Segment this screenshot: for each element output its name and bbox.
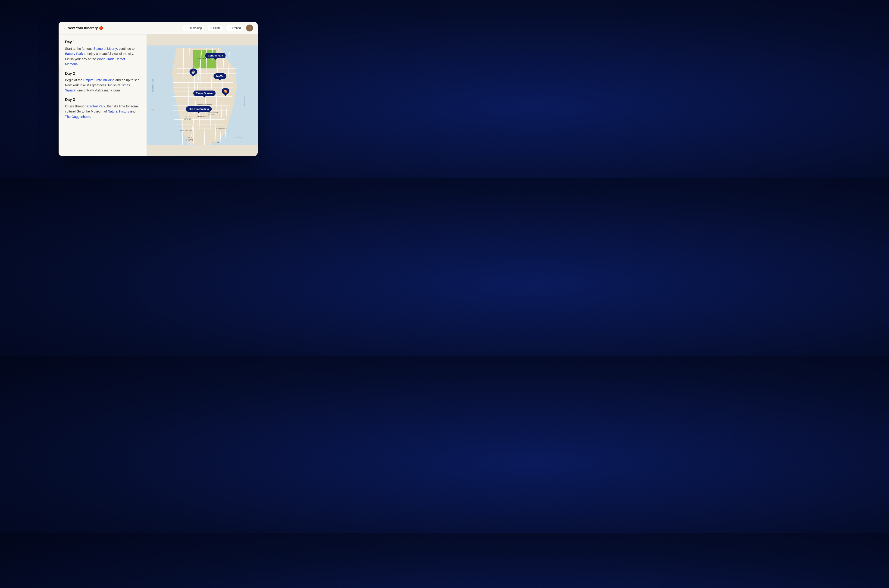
day3-text: Cruise through Central Park, then it's t…: [65, 104, 140, 119]
day3-text-after-link2: and: [129, 110, 135, 113]
pin-pizza[interactable]: 🍕: [222, 88, 229, 94]
svg-text:KITCHEN: KITCHEN: [184, 118, 192, 120]
svg-text:Brooklyn: Brooklyn: [234, 136, 243, 139]
app-header: ← New York Itinerary 🍎 ↑ Export map ⬡ Sh…: [58, 22, 258, 34]
share-icon: ⬡: [210, 26, 212, 30]
day1-link-battery[interactable]: Battery Park: [65, 52, 83, 56]
svg-text:UNION: UNION: [187, 137, 192, 138]
pin-central-park[interactable]: Central Park: [205, 53, 226, 58]
pin-times-square[interactable]: Times Square: [193, 90, 216, 96]
day3-link-natural-history[interactable]: Natural History: [108, 110, 129, 113]
day3-text-before-link1: Cruise through: [65, 104, 87, 108]
svg-text:KOBECATOWN: KOBECATOWN: [180, 130, 192, 132]
day1-text-before-link1: Start at the famous: [65, 47, 93, 51]
day1-link-statue[interactable]: Statue of Liberty: [93, 47, 117, 51]
svg-text:HELL'S: HELL'S: [185, 116, 190, 118]
day2-title: Day 2: [65, 72, 140, 76]
user-avatar[interactable]: U: [246, 24, 253, 32]
share-button[interactable]: ⬡ Share: [207, 25, 223, 31]
back-button[interactable]: ← New York Itinerary 🍎: [63, 26, 103, 30]
embed-button[interactable]: ⟨⟩ Embed: [226, 25, 243, 31]
svg-text:Ambassador Theatre: Ambassador Theatre: [197, 104, 212, 105]
main-content: Day 1 Start at the famous Statue of Libe…: [58, 34, 258, 156]
embed-icon: ⟨⟩: [228, 26, 231, 30]
day3-text-after-link3: .: [90, 115, 91, 118]
main-window: ← New York Itinerary 🍎 ↑ Export map ⬡ Sh…: [58, 22, 258, 156]
svg-text:MANHATTAN: MANHATTAN: [198, 116, 209, 118]
day2-text-before-link1: Begin at the: [65, 78, 83, 82]
svg-text:KIPS BAY: KIPS BAY: [213, 141, 220, 143]
export-map-button[interactable]: ↑ Export map: [183, 25, 204, 31]
svg-text:NJ: NJ: [151, 109, 154, 111]
day3-title: Day 3: [65, 98, 140, 102]
day1-text-after-link3: .: [78, 62, 79, 66]
pin-flat-iron[interactable]: Flat Iron Bulding: [186, 106, 211, 112]
header-right: ↑ Export map ⬡ Share ⟨⟩ Embed U: [183, 24, 253, 32]
header-left: ← New York Itinerary 🍎: [63, 26, 103, 30]
pin-coffee[interactable]: ☕: [189, 69, 197, 75]
day2-text: Begin at the Empire State Building and g…: [65, 78, 140, 93]
map-panel: CENTRAL PARK HELL'S KITCHEN MANHATTAN KO…: [147, 34, 258, 156]
day2-link-empire[interactable]: Empire State Building: [83, 78, 115, 82]
export-icon: ↑: [185, 26, 187, 30]
day1-text-after-link1: , continue to: [117, 47, 135, 51]
svg-text:Hudson River: Hudson River: [151, 79, 154, 92]
day2-text-after-link2: , one of New York's many icons.: [75, 88, 121, 92]
pin-moma[interactable]: MoMa: [213, 74, 226, 79]
day3-link-central-park[interactable]: Central Park: [87, 104, 105, 108]
itinerary-panel: Day 1 Start at the famous Statue of Libe…: [58, 34, 147, 156]
svg-text:SQUARE: SQUARE: [186, 139, 193, 141]
svg-text:East River: East River: [243, 96, 246, 106]
day1-text: Start at the famous Statue of Liberty, c…: [65, 46, 140, 67]
svg-text:Terminal: Terminal: [208, 113, 214, 115]
svg-text:TUDOR CITY: TUDOR CITY: [216, 128, 226, 129]
day3-link-guggenheim[interactable]: The Guggenheim: [65, 115, 90, 118]
day1-title: Day 1: [65, 40, 140, 44]
